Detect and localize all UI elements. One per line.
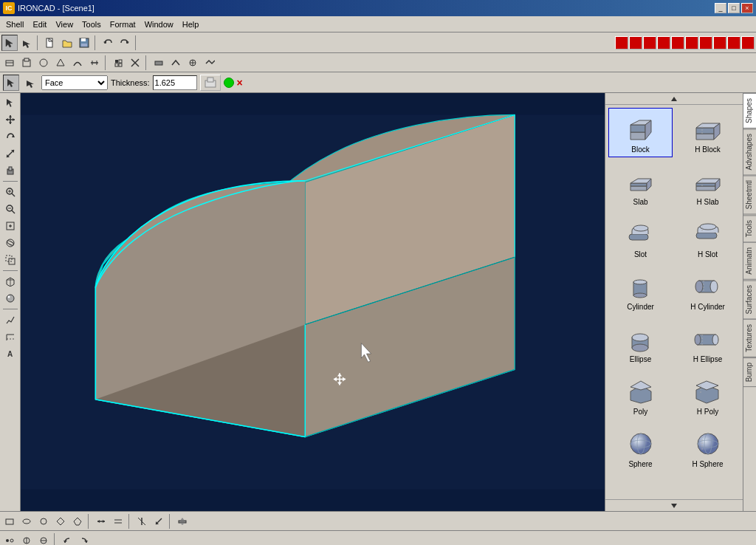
menu-shell[interactable]: Shell [1, 18, 28, 30]
menu-format[interactable]: Format [106, 18, 140, 30]
sketch-button[interactable] [2, 312, 18, 328]
menu-edit[interactable]: Edit [28, 18, 51, 30]
subtool-4[interactable] [52, 55, 69, 71]
snap-button-9[interactable] [727, 36, 740, 49]
shape-h-poly[interactable]: H Poly [676, 370, 740, 419]
undo-button[interactable] [100, 35, 116, 51]
bt1-btn7[interactable] [110, 513, 126, 529]
subtool-6[interactable] [86, 55, 103, 71]
bt2-btn4[interactable] [59, 532, 75, 546]
subtool-7[interactable] [110, 55, 126, 71]
tab-bump[interactable]: Bump [743, 357, 756, 387]
zoom-out-button[interactable] [2, 201, 18, 217]
tab-animatn[interactable]: Animatn [743, 242, 756, 280]
bt2-btn3[interactable] [35, 532, 52, 546]
subtool-5[interactable] [69, 55, 86, 71]
shape-sphere[interactable]: Sphere [608, 422, 673, 472]
shape-slot[interactable]: Slot [608, 213, 673, 262]
bt2-btn2[interactable] [18, 532, 35, 546]
snap-button-4[interactable] [657, 36, 670, 49]
bt2-btn5[interactable] [76, 532, 92, 546]
bt1-btn5[interactable] [69, 513, 86, 529]
new-button[interactable] [42, 35, 58, 51]
subtool-9[interactable] [151, 55, 167, 71]
shape-ellipse[interactable]: Ellipse [608, 318, 673, 367]
tab-sheetmtl[interactable]: Sheetmtl [743, 175, 756, 214]
snap-button-1[interactable] [615, 36, 628, 49]
tab-advshapes[interactable]: Advshapes [743, 128, 756, 175]
bt1-btn4[interactable] [52, 513, 69, 529]
tab-shapes[interactable]: Shapes [743, 93, 756, 128]
shape-h-slot[interactable]: H Slot [676, 213, 740, 262]
snap-button-5[interactable] [671, 36, 684, 49]
orbit-button[interactable] [2, 235, 18, 251]
view3d-button[interactable] [2, 273, 18, 289]
snap-button-10[interactable] [741, 36, 755, 49]
render-button[interactable] [2, 290, 18, 306]
snap-button-6[interactable] [685, 36, 698, 49]
bt1-btn1[interactable] [1, 513, 18, 529]
scroll-down-button[interactable] [605, 499, 743, 511]
bt1-btn6[interactable] [93, 513, 109, 529]
scroll-up-button[interactable] [605, 93, 743, 105]
tab-tools[interactable]: Tools [743, 215, 756, 242]
tab-textures[interactable]: Textures [743, 319, 756, 357]
thickness-input[interactable]: 1.625 [153, 75, 197, 90]
move-button[interactable] [22, 75, 38, 91]
shape-block[interactable]: Block [608, 108, 673, 157]
bt1-btn3[interactable] [35, 513, 52, 529]
note-button[interactable]: A [2, 346, 18, 362]
rotate-left-button[interactable] [2, 128, 18, 145]
minimize-button[interactable]: _ [715, 3, 726, 13]
shape-h-sphere[interactable]: H Sphere [676, 422, 740, 472]
subtool-3[interactable] [35, 55, 52, 71]
menu-window[interactable]: Window [140, 18, 178, 30]
subtool-11[interactable] [185, 55, 201, 71]
rotate-tool-button[interactable] [18, 35, 35, 51]
bt2-btn1[interactable] [1, 532, 18, 546]
bt1-btn10[interactable] [174, 513, 190, 529]
subtool-2[interactable] [18, 55, 35, 71]
zoom-in-button[interactable] [2, 184, 18, 200]
shape-h-slab[interactable]: H Slab [676, 160, 740, 210]
select-left-button[interactable] [2, 95, 18, 111]
bt1-btn2[interactable] [18, 513, 35, 529]
shape-poly[interactable]: Poly [608, 370, 673, 419]
snap-button-7[interactable] [699, 36, 712, 49]
dimension-button[interactable] [2, 329, 18, 345]
subtool-8[interactable] [127, 55, 143, 71]
shape-h-cylinder[interactable]: H Cylinder [676, 265, 740, 315]
snap-button-2[interactable] [629, 36, 642, 49]
open-button[interactable] [59, 35, 75, 51]
zoom-area-button[interactable] [2, 252, 18, 268]
subtool-1[interactable] [1, 55, 18, 71]
maximize-button[interactable]: □ [728, 3, 740, 13]
shape-slab[interactable]: Slab [608, 160, 673, 210]
move-left-button[interactable] [2, 112, 18, 128]
shape-cylinder[interactable]: Cylinder [608, 265, 673, 315]
close-button[interactable]: × [741, 3, 753, 13]
snap-button-8[interactable] [713, 36, 726, 49]
snap-button-3[interactable] [643, 36, 656, 49]
viewport[interactable] [21, 93, 605, 511]
menu-help[interactable]: Help [178, 18, 204, 30]
bt1-btn9[interactable] [151, 513, 167, 529]
save-button[interactable] [76, 35, 92, 51]
zoom-fit-button[interactable] [2, 218, 18, 234]
face-dropdown[interactable]: Face Edge Vertex Body [41, 75, 108, 90]
menu-tools[interactable]: Tools [78, 18, 106, 30]
subtool-10[interactable] [168, 55, 184, 71]
pan-left-button[interactable] [2, 162, 18, 179]
confirm-button[interactable] [224, 78, 234, 88]
cancel-button[interactable]: × [237, 77, 243, 89]
menu-view[interactable]: View [51, 18, 78, 30]
select-button[interactable] [3, 75, 19, 91]
bt1-btn8[interactable] [134, 513, 150, 529]
shape-h-block[interactable]: H Block [676, 108, 740, 157]
tab-surfaces[interactable]: Surfaces [743, 280, 756, 319]
shape-h-ellipse[interactable]: H Ellipse [676, 318, 740, 367]
redo-button[interactable] [117, 35, 133, 51]
select-tool-button[interactable] [1, 35, 18, 51]
apply-button[interactable] [200, 75, 221, 91]
subtool-12[interactable] [202, 55, 218, 71]
